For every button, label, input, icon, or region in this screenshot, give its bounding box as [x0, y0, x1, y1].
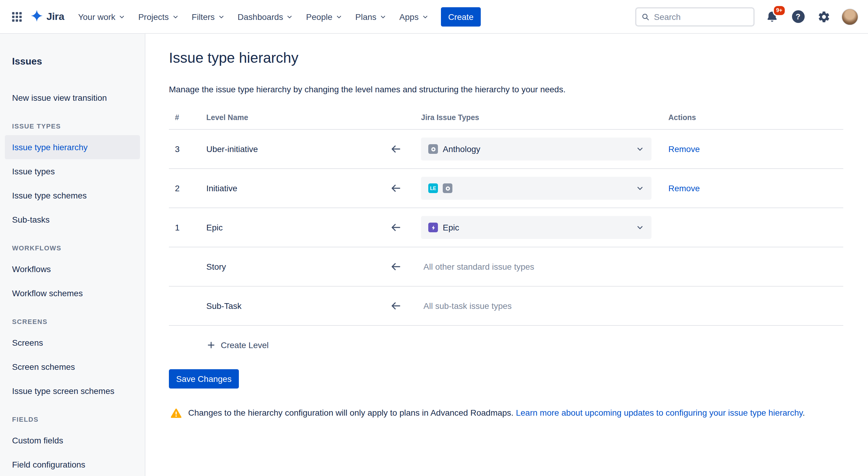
- global-search: [635, 7, 754, 26]
- arrow-left-icon: [390, 300, 402, 312]
- sidebar-item-workflows[interactable]: Workflows: [5, 257, 140, 281]
- sidebar-item-custom-fields[interactable]: Custom fields: [5, 428, 140, 452]
- remove-level-link[interactable]: Remove: [668, 183, 700, 193]
- app-switcher-grid-icon: [12, 12, 22, 22]
- jira-logo[interactable]: Jira: [30, 10, 64, 23]
- warning-suffix: .: [803, 408, 805, 417]
- create-level-button[interactable]: Create Level: [206, 340, 269, 350]
- nav-dashboards[interactable]: Dashboards: [232, 7, 298, 26]
- sidebar-item-screen-schemes[interactable]: Screen schemes: [5, 355, 140, 379]
- chevron-down-icon: [636, 223, 644, 232]
- chevron-down-icon: [173, 13, 179, 20]
- level-name: Initiative: [206, 183, 387, 193]
- move-level-arrow[interactable]: [387, 219, 404, 236]
- dropdown-selected-value: Epic: [443, 222, 459, 232]
- nav-label: People: [306, 12, 332, 22]
- sidebar-item-screens[interactable]: Screens: [5, 331, 140, 355]
- create-level-label: Create Level: [221, 340, 269, 350]
- nav-label: Dashboards: [238, 12, 283, 22]
- warning-learn-more-link[interactable]: Learn more about upcoming updates to con…: [516, 408, 803, 417]
- jira-logo-icon: [30, 10, 43, 23]
- dropdown-selected-value: Anthology: [443, 144, 480, 154]
- create-button[interactable]: Create: [441, 7, 481, 26]
- table-row: 2 Initiative LE: [169, 169, 843, 208]
- arrow-left-icon: [390, 261, 402, 273]
- search-input[interactable]: [654, 12, 749, 22]
- nav-label: Filters: [192, 12, 215, 22]
- sidebar-title: Issues: [5, 56, 140, 67]
- remove-level-link[interactable]: Remove: [668, 144, 700, 154]
- level-name: Epic: [206, 222, 387, 232]
- column-header-level-name: Level Name: [206, 113, 387, 122]
- table-header-row: # Level Name Jira Issue Types Actions: [169, 113, 843, 130]
- sidebar-item-new-issue-view-transition[interactable]: New issue view transition: [5, 86, 140, 110]
- table-row: Sub-Task All sub-task issue types: [169, 287, 843, 326]
- move-level-arrow[interactable]: [387, 180, 404, 197]
- nav-label: Plans: [355, 12, 376, 22]
- issue-types-dropdown[interactable]: Anthology: [421, 138, 651, 160]
- level-name: Uber-initiative: [206, 144, 387, 154]
- page-title: Issue type hierarchy: [169, 50, 843, 66]
- nav-your-work[interactable]: Your work: [73, 7, 131, 26]
- move-level-arrow[interactable]: [387, 258, 404, 275]
- nav-label: Your work: [78, 12, 116, 22]
- chevron-down-icon: [218, 13, 224, 20]
- level-number: 2: [175, 183, 206, 193]
- main-content: Issue type hierarchy Manage the issue ty…: [145, 34, 868, 476]
- chevron-down-icon: [422, 13, 428, 20]
- table-row: 3 Uber-initiative Anthology: [169, 130, 843, 169]
- issue-types-dropdown[interactable]: LE: [421, 177, 651, 200]
- user-avatar[interactable]: [841, 8, 858, 25]
- nav-apps[interactable]: Apps: [394, 7, 434, 26]
- settings-button[interactable]: [815, 8, 832, 25]
- hierarchy-table: # Level Name Jira Issue Types Actions 3 …: [169, 113, 843, 326]
- sidebar-section-workflows: WORKFLOWS: [12, 244, 133, 252]
- level-name: Sub-Task: [206, 301, 387, 311]
- sidebar-item-sub-tasks[interactable]: Sub-tasks: [5, 208, 140, 232]
- nav-people[interactable]: People: [301, 7, 347, 26]
- issue-types-dropdown[interactable]: Epic: [421, 216, 651, 239]
- jira-logo-text: Jira: [46, 10, 64, 23]
- settings-sidebar: Issues New issue view transition ISSUE T…: [0, 34, 145, 476]
- notification-badge: 9+: [772, 4, 786, 16]
- nav-filters[interactable]: Filters: [186, 7, 230, 26]
- jira-settings-page: Jira Your work Projects Filters Dashboar…: [0, 0, 868, 476]
- sidebar-item-issue-type-screen-schemes[interactable]: Issue type screen schemes: [5, 379, 140, 403]
- move-level-arrow[interactable]: [387, 141, 404, 157]
- level-number: 1: [175, 222, 206, 232]
- plus-icon: [206, 340, 216, 350]
- chevron-down-icon: [636, 184, 644, 192]
- sidebar-item-issue-type-hierarchy[interactable]: Issue type hierarchy: [5, 135, 140, 159]
- chevron-down-icon: [380, 13, 386, 20]
- nav-plans[interactable]: Plans: [350, 7, 392, 26]
- le-issue-type-badge: LE: [428, 183, 438, 193]
- sidebar-item-field-configurations[interactable]: Field configurations: [5, 452, 140, 476]
- notifications-button[interactable]: 9+: [764, 8, 780, 25]
- sidebar-section-fields: FIELDS: [12, 415, 133, 423]
- column-header-jira-issue-types: Jira Issue Types: [421, 113, 662, 122]
- warning-icon: [170, 407, 182, 419]
- page-description: Manage the issue type hierarchy by chang…: [169, 83, 843, 95]
- topnav-right-cluster: 9+ ?: [635, 7, 858, 26]
- chevron-down-icon: [636, 145, 644, 153]
- sidebar-item-workflow-schemes[interactable]: Workflow schemes: [5, 281, 140, 305]
- help-button[interactable]: ?: [789, 8, 806, 25]
- gear-icon: [817, 10, 831, 23]
- primary-nav: Your work Projects Filters Dashboards Pe…: [73, 7, 434, 26]
- nav-projects[interactable]: Projects: [133, 7, 184, 26]
- sidebar-item-issue-type-schemes[interactable]: Issue type schemes: [5, 183, 140, 208]
- sidebar-item-issue-types[interactable]: Issue types: [5, 159, 140, 183]
- chevron-down-icon: [287, 13, 293, 20]
- arrow-left-icon: [390, 182, 402, 194]
- question-icon: ?: [792, 10, 804, 23]
- chevron-down-icon: [119, 13, 125, 20]
- app-switcher-button[interactable]: [7, 7, 27, 26]
- save-changes-button[interactable]: Save Changes: [169, 369, 239, 389]
- move-level-arrow[interactable]: [387, 297, 404, 314]
- issue-types-placeholder: All sub-task issue types: [421, 301, 512, 311]
- top-navigation: Jira Your work Projects Filters Dashboar…: [0, 0, 868, 34]
- column-header-actions: Actions: [662, 113, 843, 122]
- level-number: 3: [175, 144, 206, 154]
- epic-issue-type-icon: [428, 222, 438, 232]
- arrow-left-icon: [390, 143, 402, 155]
